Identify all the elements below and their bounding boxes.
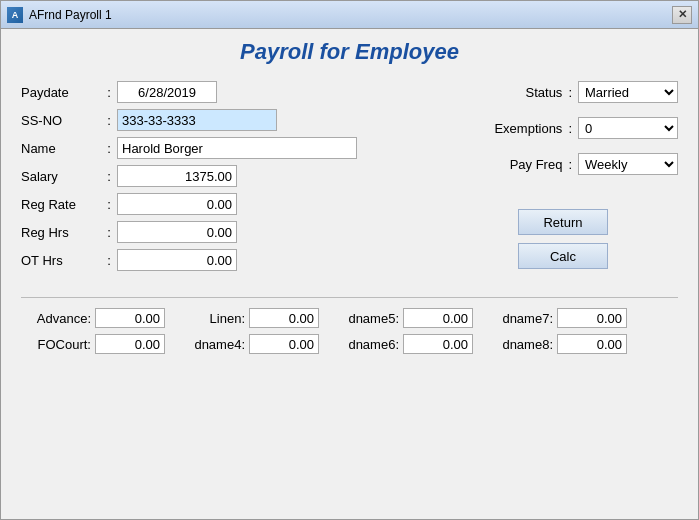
return-button[interactable]: Return bbox=[518, 209, 608, 235]
regrate-input[interactable] bbox=[117, 193, 237, 215]
salary-input[interactable] bbox=[117, 165, 237, 187]
main-window: A AFrnd Payroll 1 ✕ Payroll for Employee… bbox=[0, 0, 699, 520]
ssno-label: SS-NO bbox=[21, 113, 101, 128]
window-icon: A bbox=[7, 7, 23, 23]
name-row: Name : bbox=[21, 137, 428, 159]
advance-input[interactable] bbox=[95, 308, 165, 328]
buttons-area: Return Calc bbox=[448, 209, 678, 269]
ssno-row: SS-NO : bbox=[21, 109, 428, 131]
content-area: Payroll for Employee Paydate : SS-NO : N… bbox=[1, 29, 698, 519]
othrs-label: OT Hrs bbox=[21, 253, 101, 268]
dname7-group: dname7: bbox=[483, 308, 627, 328]
advance-label: Advance: bbox=[21, 311, 91, 326]
calc-button[interactable]: Calc bbox=[518, 243, 608, 269]
dname8-label: dname8: bbox=[483, 337, 553, 352]
status-label: Status bbox=[526, 85, 563, 100]
regrate-row: Reg Rate : bbox=[21, 193, 428, 215]
exemptions-label: Exemptions bbox=[494, 121, 562, 136]
name-label: Name bbox=[21, 141, 101, 156]
bottom-row-1: Advance: Linen: dname5: dname7: bbox=[21, 308, 678, 328]
title-bar-left: A AFrnd Payroll 1 bbox=[7, 7, 112, 23]
othrs-input[interactable] bbox=[117, 249, 237, 271]
dname5-label: dname5: bbox=[329, 311, 399, 326]
reghrs-label: Reg Hrs bbox=[21, 225, 101, 240]
linen-label: Linen: bbox=[175, 311, 245, 326]
dname7-label: dname7: bbox=[483, 311, 553, 326]
payfreq-row: Pay Freq : Weekly Bi-Weekly Monthly Semi… bbox=[448, 153, 678, 175]
exemptions-row: Exemptions : 0 1 2 3 4 5 bbox=[448, 117, 678, 139]
close-button[interactable]: ✕ bbox=[672, 6, 692, 24]
salary-label: Salary bbox=[21, 169, 101, 184]
page-title: Payroll for Employee bbox=[21, 39, 678, 65]
dname6-group: dname6: bbox=[329, 334, 473, 354]
dname6-label: dname6: bbox=[329, 337, 399, 352]
paydate-row: Paydate : bbox=[21, 81, 428, 103]
dname6-input[interactable] bbox=[403, 334, 473, 354]
linen-group: Linen: bbox=[175, 308, 319, 328]
focourt-input[interactable] bbox=[95, 334, 165, 354]
paydate-label: Paydate bbox=[21, 85, 101, 100]
linen-input[interactable] bbox=[249, 308, 319, 328]
form-area: Paydate : SS-NO : Name : Salary : bbox=[21, 81, 678, 277]
bottom-section: Advance: Linen: dname5: dname7: bbox=[21, 297, 678, 354]
dname8-group: dname8: bbox=[483, 334, 627, 354]
ssno-input[interactable] bbox=[117, 109, 277, 131]
bottom-row-2: FOCourt: dname4: dname6: dname8: bbox=[21, 334, 678, 354]
focourt-group: FOCourt: bbox=[21, 334, 165, 354]
focourt-label: FOCourt: bbox=[21, 337, 91, 352]
dname5-group: dname5: bbox=[329, 308, 473, 328]
reghrs-input[interactable] bbox=[117, 221, 237, 243]
dname5-input[interactable] bbox=[403, 308, 473, 328]
dname4-group: dname4: bbox=[175, 334, 319, 354]
dname4-input[interactable] bbox=[249, 334, 319, 354]
window-title: AFrnd Payroll 1 bbox=[29, 8, 112, 22]
othrs-row: OT Hrs : bbox=[21, 249, 428, 271]
salary-row: Salary : bbox=[21, 165, 428, 187]
payfreq-select[interactable]: Weekly Bi-Weekly Monthly Semi-Monthly bbox=[578, 153, 678, 175]
payfreq-label: Pay Freq bbox=[510, 157, 563, 172]
title-bar: A AFrnd Payroll 1 ✕ bbox=[1, 1, 698, 29]
exemptions-select[interactable]: 0 1 2 3 4 5 bbox=[578, 117, 678, 139]
paydate-input[interactable] bbox=[117, 81, 217, 103]
name-input[interactable] bbox=[117, 137, 357, 159]
status-row: Status : Single Married bbox=[448, 81, 678, 103]
reghrs-row: Reg Hrs : bbox=[21, 221, 428, 243]
status-select[interactable]: Single Married bbox=[578, 81, 678, 103]
left-section: Paydate : SS-NO : Name : Salary : bbox=[21, 81, 428, 277]
regrate-label: Reg Rate bbox=[21, 197, 101, 212]
right-section: Status : Single Married Exemptions : 0 1… bbox=[448, 81, 678, 277]
dname8-input[interactable] bbox=[557, 334, 627, 354]
advance-group: Advance: bbox=[21, 308, 165, 328]
dname4-label: dname4: bbox=[175, 337, 245, 352]
dname7-input[interactable] bbox=[557, 308, 627, 328]
